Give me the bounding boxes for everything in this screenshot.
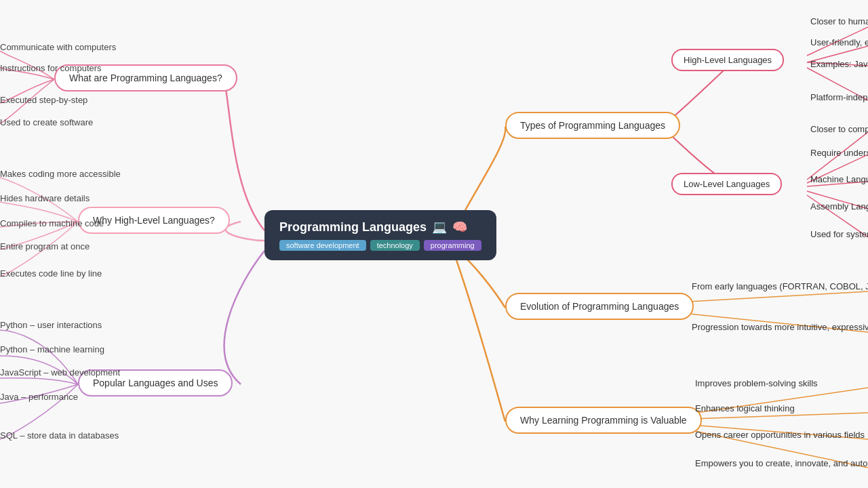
brain-icon: 🧠 [452, 220, 467, 235]
leaf-logical-thinking: Enhances logical thinking [695, 403, 795, 413]
leaf-computers-1: Communicate with computers [0, 42, 116, 52]
leaf-empower: Empowers you to create, innovate, and au… [695, 458, 868, 468]
tag-software: software development [279, 240, 366, 251]
laptop-icon: 💻 [432, 220, 447, 235]
why-valuable-node: Why Learning Programming is Valuable [505, 407, 702, 434]
leaf-hardware: Hides hardware details [0, 193, 90, 203]
leaf-java-perf: Java – performance [0, 392, 78, 402]
leaf-problem-solving: Improves problem-solving skills [695, 378, 818, 388]
leaf-machine-lang: Machine Language (binary) [810, 174, 868, 184]
leaf-progression: Progression towards more intuitive, expr… [692, 322, 868, 332]
low-level-label: Low-Level Languages [684, 179, 770, 189]
leaf-software: Used to create software [0, 117, 93, 127]
types-node: Types of Programming Languages [505, 112, 680, 139]
leaf-computers-2: Instructions for computers [0, 63, 102, 73]
evolution-label: Evolution of Programming Languages [520, 301, 679, 312]
tag-programming: programming [424, 240, 481, 251]
tag-technology: technology [370, 240, 420, 251]
what-are-label: What are Programming Languages? [69, 73, 222, 83]
leaf-sql: SQL – store data in databases [0, 430, 119, 441]
high-level-node: High-Level Languages [671, 49, 784, 71]
leaf-closer-human: Closer to human language [810, 16, 868, 26]
center-tags: software development technology programm… [279, 240, 481, 251]
leaf-closer-comp: Closer to computer hardware [810, 124, 868, 134]
leaf-code-line: Executes code line by line [0, 268, 102, 279]
leaf-accessible: Makes coding more accessible [0, 169, 121, 179]
leaf-platform-indep: Platform-independent [810, 92, 868, 102]
low-level-node: Low-Level Languages [671, 173, 782, 195]
leaf-step: Executed step-by-step [0, 95, 87, 105]
leaf-program-at-once: Entire program at once [0, 241, 90, 251]
leaf-user-friendly: User-friendly, easier to learn [810, 37, 868, 47]
evolution-node: Evolution of Programming Languages [505, 293, 694, 320]
leaf-ml: Python – machine learning [0, 344, 104, 354]
leaf-assembly-lang: Assembly Language [810, 201, 868, 211]
leaf-examples-java: Examples: Java, Python, C++ [810, 59, 868, 69]
why-valuable-label: Why Learning Programming is Valuable [520, 415, 687, 426]
high-level-label: High-Level Languages [684, 55, 772, 65]
leaf-machine-code: Compiles to machine code [0, 218, 104, 228]
center-node: Programming Languages 💻 🧠 software devel… [264, 210, 496, 260]
types-label: Types of Programming Languages [520, 120, 665, 131]
why-highlevel-label: Why High-Level Languages? [93, 215, 215, 226]
center-title-text: Programming Languages [279, 220, 427, 235]
leaf-early-langs: From early languages (FORTRAN, COBOL, Ja… [692, 281, 868, 291]
leaf-system-prog: Used for system programming [810, 229, 868, 239]
leaf-web-dev: JavaScript – web development [0, 367, 120, 378]
center-title: Programming Languages 💻 🧠 [279, 220, 481, 235]
leaf-require-understanding: Require understanding of hardware [810, 148, 868, 158]
leaf-career-opps: Opens career opportunities in various fi… [695, 430, 865, 440]
popular-label: Popular Languages and Uses [93, 378, 218, 388]
leaf-user-interactions: Python – user interactions [0, 320, 102, 330]
